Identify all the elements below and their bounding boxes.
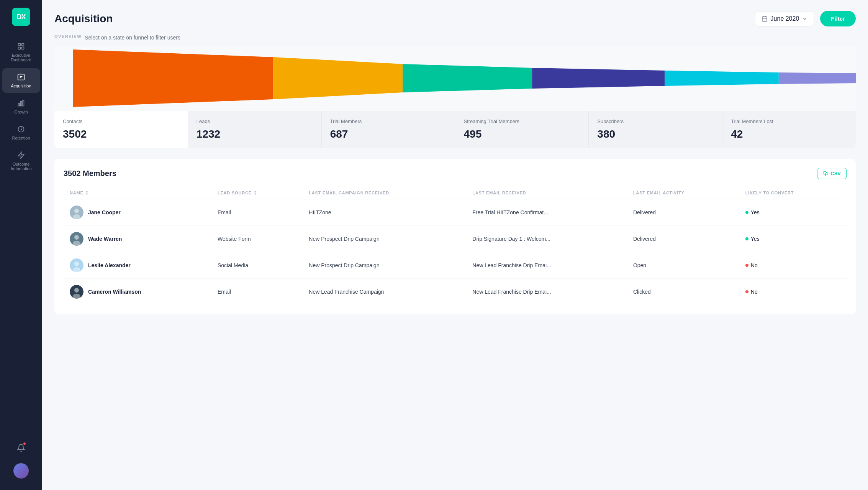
chevron-down-icon <box>802 16 807 21</box>
user-avatar-button[interactable] <box>13 463 29 478</box>
funnel-stat-value: 1232 <box>197 128 313 140</box>
svg-rect-9 <box>762 16 767 21</box>
svg-point-27 <box>74 261 79 266</box>
members-header: 3502 Members CSV <box>64 168 847 179</box>
avatar <box>70 232 84 246</box>
col-lead-source[interactable]: LEAD SOURCE <box>211 187 303 199</box>
svg-rect-3 <box>22 47 24 49</box>
csv-label: CSV <box>830 171 841 176</box>
sidebar-item-label: Growth <box>14 110 28 114</box>
last-campaign: New Prospect Drip Campaign <box>303 252 466 278</box>
lead-source: Email <box>211 278 303 305</box>
overview-header: OVERVIEW Select on a state on funnel to … <box>54 34 856 41</box>
member-name-cell: Cameron Williamson <box>64 278 211 305</box>
dot-red <box>745 264 748 267</box>
bar-chart-icon <box>17 99 25 107</box>
member-name-cell: Jane Cooper <box>64 199 211 225</box>
funnel-stat-label: Trial Members <box>330 118 447 125</box>
last-email: New Lead Franchise Drip Emai... <box>466 278 627 305</box>
funnel-stat-value: 42 <box>731 128 847 140</box>
table-header: NAME LEAD SOURCE LAST EMAIL CAMPAIGN REC… <box>64 187 847 199</box>
members-title: 3502 Members <box>64 169 116 178</box>
svg-rect-5 <box>18 103 20 106</box>
lead-source: Social Media <box>211 252 303 278</box>
funnel-stats: Contacts 3502 Leads 1232 Trial Members 6… <box>54 111 856 148</box>
col-likely-convert: LIKELY TO CONVERT <box>739 187 847 199</box>
sidebar-item-outcome-automation[interactable]: Outcome Automation <box>2 146 40 176</box>
funnel-stat-label: Streaming Trial Members <box>463 118 580 125</box>
sidebar: DX Executive Dashboard Acquisition <box>0 0 42 490</box>
sidebar-item-label: Executive Dashboard <box>5 53 37 62</box>
funnel-stat-label: Contacts <box>63 118 179 125</box>
likely-convert: Yes <box>739 199 847 225</box>
funnel-stat-subscribers[interactable]: Subscribers 380 <box>589 111 722 148</box>
funnel-stat-trial-lost[interactable]: Trial Members Lost 42 <box>722 111 856 148</box>
sidebar-item-acquisition[interactable]: Acquisition <box>2 68 40 93</box>
retention-icon <box>17 125 25 133</box>
acquisition-icon <box>17 73 25 81</box>
sidebar-item-label: Retention <box>12 136 30 140</box>
funnel-chart[interactable] <box>54 46 856 111</box>
members-table-wrapper: NAME LEAD SOURCE LAST EMAIL CAMPAIGN REC… <box>64 187 847 305</box>
funnel-stat-streaming-trial[interactable]: Streaming Trial Members 495 <box>455 111 589 148</box>
table-row[interactable]: Wade Warren Website Form New Prospect Dr… <box>64 225 847 252</box>
col-last-campaign: LAST EMAIL CAMPAIGN RECEIVED <box>303 187 466 199</box>
logo[interactable]: DX <box>12 8 30 26</box>
lightning-icon <box>17 151 25 159</box>
last-campaign: HIITZone <box>303 199 466 225</box>
avatar <box>13 463 29 478</box>
filter-button[interactable]: Filter <box>820 11 856 26</box>
dot-green <box>745 237 748 240</box>
table-row[interactable]: Cameron Williamson Email New Lead Franch… <box>64 278 847 305</box>
funnel-stat-contacts[interactable]: Contacts 3502 <box>54 111 188 148</box>
funnel-stat-leads[interactable]: Leads 1232 <box>188 111 322 148</box>
funnel-stat-value: 687 <box>330 128 447 140</box>
date-label: June 2020 <box>771 15 799 22</box>
likely-convert: No <box>739 252 847 278</box>
date-selector[interactable]: June 2020 <box>755 11 814 26</box>
member-name-cell: Leslie Alexander <box>64 252 211 278</box>
svg-point-21 <box>74 209 79 213</box>
calendar-icon <box>762 16 768 22</box>
header-right: June 2020 Filter <box>755 11 856 26</box>
page-header: Acquisition June 2020 Filter <box>54 11 856 26</box>
table-row[interactable]: Jane Cooper Email HIITZone Free Trial HI… <box>64 199 847 225</box>
funnel-stat-value: 495 <box>463 128 580 140</box>
col-name[interactable]: NAME <box>64 187 211 199</box>
avatar <box>70 206 84 219</box>
members-section: 3502 Members CSV NAME <box>54 159 856 314</box>
funnel-stat-trial-members[interactable]: Trial Members 687 <box>322 111 455 148</box>
svg-marker-15 <box>403 64 532 92</box>
sidebar-item-executive-dashboard[interactable]: Executive Dashboard <box>2 38 40 67</box>
funnel-stat-label: Leads <box>197 118 313 125</box>
funnel-stat-value: 380 <box>597 128 714 140</box>
svg-rect-0 <box>18 44 21 46</box>
last-activity: Delivered <box>627 225 739 252</box>
sidebar-item-growth[interactable]: Growth <box>2 94 40 119</box>
funnel-stat-value: 3502 <box>63 128 179 140</box>
overview-subtitle: Select on a state on funnel to filter us… <box>85 35 180 41</box>
sidebar-bottom <box>13 440 29 482</box>
sidebar-item-label: Acquisition <box>11 84 31 88</box>
svg-marker-17 <box>665 71 779 86</box>
svg-rect-6 <box>20 102 21 106</box>
sidebar-item-label: Outcome Automation <box>5 162 37 171</box>
grid-icon <box>17 42 25 51</box>
funnel-svg <box>54 46 856 111</box>
likely-convert: Yes <box>739 225 847 252</box>
svg-rect-2 <box>18 47 21 49</box>
overview-label: OVERVIEW <box>54 34 82 39</box>
svg-point-24 <box>74 235 79 240</box>
members-table: NAME LEAD SOURCE LAST EMAIL CAMPAIGN REC… <box>64 187 847 305</box>
svg-point-30 <box>74 288 79 293</box>
table-row[interactable]: Leslie Alexander Social Media New Prospe… <box>64 252 847 278</box>
sidebar-item-retention[interactable]: Retention <box>2 120 40 145</box>
notification-badge <box>23 442 26 446</box>
sort-icon <box>85 191 89 195</box>
avatar <box>70 258 84 272</box>
dot-red <box>745 290 748 293</box>
csv-button[interactable]: CSV <box>817 168 847 179</box>
funnel-stat-label: Trial Members Lost <box>731 118 847 125</box>
funnel-stat-label: Subscribers <box>597 118 714 125</box>
notification-button[interactable] <box>13 440 29 455</box>
